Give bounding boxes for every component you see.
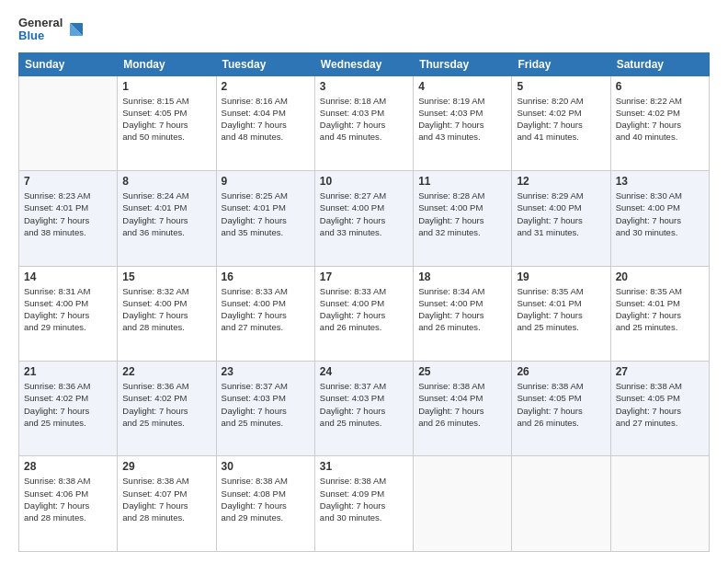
day-number: 17	[320, 270, 408, 283]
day-number: 3	[320, 80, 408, 93]
day-info: Sunrise: 8:33 AMSunset: 4:00 PMDaylight:…	[320, 285, 408, 334]
calendar-cell: 8Sunrise: 8:24 AMSunset: 4:01 PMDaylight…	[118, 171, 216, 266]
calendar-cell: 15Sunrise: 8:32 AMSunset: 4:00 PMDayligh…	[118, 266, 216, 361]
day-info: Sunrise: 8:35 AMSunset: 4:01 PMDaylight:…	[616, 285, 704, 334]
day-info: Sunrise: 8:37 AMSunset: 4:03 PMDaylight:…	[222, 380, 310, 429]
calendar-cell: 3Sunrise: 8:18 AMSunset: 4:03 PMDaylight…	[314, 75, 413, 170]
day-number: 13	[616, 175, 704, 188]
day-number: 30	[222, 460, 310, 473]
day-number: 29	[122, 460, 210, 473]
calendar-header-row: SundayMondayTuesdayWednesdayThursdayFrid…	[19, 52, 710, 75]
day-number: 22	[122, 365, 210, 378]
day-info: Sunrise: 8:38 AMSunset: 4:05 PMDaylight:…	[616, 380, 704, 429]
calendar-cell: 10Sunrise: 8:27 AMSunset: 4:00 PMDayligh…	[314, 171, 413, 266]
calendar-week-2: 7Sunrise: 8:23 AMSunset: 4:01 PMDaylight…	[19, 171, 710, 266]
day-info: Sunrise: 8:16 AMSunset: 4:04 PMDaylight:…	[222, 95, 310, 144]
day-number: 26	[517, 365, 605, 378]
logo-general: General	[18, 17, 63, 29]
calendar-cell: 24Sunrise: 8:37 AMSunset: 4:03 PMDayligh…	[314, 362, 413, 456]
calendar-cell: 14Sunrise: 8:31 AMSunset: 4:00 PMDayligh…	[19, 266, 118, 361]
calendar-table: SundayMondayTuesdayWednesdayThursdayFrid…	[18, 52, 710, 552]
day-number: 14	[24, 270, 112, 283]
calendar-cell: 20Sunrise: 8:35 AMSunset: 4:01 PMDayligh…	[610, 266, 709, 361]
day-number: 16	[222, 270, 310, 283]
calendar-cell: 26Sunrise: 8:38 AMSunset: 4:05 PMDayligh…	[512, 362, 610, 456]
day-info: Sunrise: 8:38 AMSunset: 4:04 PMDaylight:…	[418, 380, 506, 429]
day-number: 28	[24, 460, 112, 473]
calendar-cell	[512, 456, 610, 552]
calendar-cell: 23Sunrise: 8:37 AMSunset: 4:03 PMDayligh…	[216, 362, 314, 456]
calendar-cell: 27Sunrise: 8:38 AMSunset: 4:05 PMDayligh…	[610, 362, 709, 456]
day-number: 5	[517, 80, 605, 93]
calendar-cell: 9Sunrise: 8:25 AMSunset: 4:01 PMDaylight…	[216, 171, 314, 266]
day-info: Sunrise: 8:38 AMSunset: 4:07 PMDaylight:…	[122, 475, 210, 523]
day-number: 4	[418, 80, 506, 93]
day-number: 21	[24, 365, 112, 378]
day-number: 2	[222, 80, 310, 93]
day-number: 10	[320, 175, 408, 188]
calendar-header-wednesday: Wednesday	[314, 52, 413, 75]
day-info: Sunrise: 8:38 AMSunset: 4:09 PMDaylight:…	[320, 475, 408, 523]
calendar-header-tuesday: Tuesday	[216, 52, 314, 75]
day-number: 7	[24, 175, 112, 188]
day-number: 31	[320, 460, 408, 473]
day-number: 18	[418, 270, 506, 283]
calendar-cell: 28Sunrise: 8:38 AMSunset: 4:06 PMDayligh…	[19, 456, 118, 552]
calendar-cell	[414, 456, 512, 552]
day-info: Sunrise: 8:29 AMSunset: 4:00 PMDaylight:…	[517, 190, 605, 238]
logo-blue: Blue	[18, 29, 63, 42]
page: General Blue SundayMondayTuesdayWednesda…	[0, 0, 728, 563]
calendar-header-friday: Friday	[512, 52, 610, 75]
day-info: Sunrise: 8:25 AMSunset: 4:01 PMDaylight:…	[222, 190, 310, 238]
calendar-cell: 12Sunrise: 8:29 AMSunset: 4:00 PMDayligh…	[512, 171, 610, 266]
calendar-cell: 16Sunrise: 8:33 AMSunset: 4:00 PMDayligh…	[216, 266, 314, 361]
calendar-cell: 21Sunrise: 8:36 AMSunset: 4:02 PMDayligh…	[19, 362, 118, 456]
calendar-week-4: 21Sunrise: 8:36 AMSunset: 4:02 PMDayligh…	[19, 362, 710, 456]
day-info: Sunrise: 8:27 AMSunset: 4:00 PMDaylight:…	[320, 190, 408, 238]
day-info: Sunrise: 8:38 AMSunset: 4:06 PMDaylight:…	[24, 475, 112, 523]
day-info: Sunrise: 8:15 AMSunset: 4:05 PMDaylight:…	[122, 95, 210, 144]
day-info: Sunrise: 8:20 AMSunset: 4:02 PMDaylight:…	[517, 95, 605, 144]
day-info: Sunrise: 8:37 AMSunset: 4:03 PMDaylight:…	[320, 380, 408, 429]
day-number: 25	[418, 365, 506, 378]
day-info: Sunrise: 8:33 AMSunset: 4:00 PMDaylight:…	[222, 285, 310, 334]
calendar-cell: 31Sunrise: 8:38 AMSunset: 4:09 PMDayligh…	[314, 456, 413, 552]
calendar-cell	[610, 456, 709, 552]
day-number: 8	[122, 175, 210, 188]
day-number: 9	[222, 175, 310, 188]
calendar-cell: 22Sunrise: 8:36 AMSunset: 4:02 PMDayligh…	[118, 362, 216, 456]
logo-container: General Blue	[18, 17, 63, 43]
day-info: Sunrise: 8:24 AMSunset: 4:01 PMDaylight:…	[122, 190, 210, 238]
calendar-cell: 2Sunrise: 8:16 AMSunset: 4:04 PMDaylight…	[216, 75, 314, 170]
day-info: Sunrise: 8:35 AMSunset: 4:01 PMDaylight:…	[517, 285, 605, 334]
day-number: 20	[616, 270, 704, 283]
day-number: 15	[122, 270, 210, 283]
calendar-cell: 11Sunrise: 8:28 AMSunset: 4:00 PMDayligh…	[414, 171, 512, 266]
day-info: Sunrise: 8:22 AMSunset: 4:02 PMDaylight:…	[616, 95, 704, 144]
day-info: Sunrise: 8:28 AMSunset: 4:00 PMDaylight:…	[418, 190, 506, 238]
calendar-cell: 1Sunrise: 8:15 AMSunset: 4:05 PMDaylight…	[118, 75, 216, 170]
calendar-cell: 25Sunrise: 8:38 AMSunset: 4:04 PMDayligh…	[414, 362, 512, 456]
logo: General Blue	[18, 17, 86, 43]
day-number: 12	[517, 175, 605, 188]
day-number: 6	[616, 80, 704, 93]
calendar-header-thursday: Thursday	[414, 52, 512, 75]
day-number: 11	[418, 175, 506, 188]
day-info: Sunrise: 8:38 AMSunset: 4:08 PMDaylight:…	[222, 475, 310, 523]
calendar-cell: 7Sunrise: 8:23 AMSunset: 4:01 PMDaylight…	[19, 171, 118, 266]
calendar-cell: 4Sunrise: 8:19 AMSunset: 4:03 PMDaylight…	[414, 75, 512, 170]
day-number: 27	[616, 365, 704, 378]
calendar-cell: 17Sunrise: 8:33 AMSunset: 4:00 PMDayligh…	[314, 266, 413, 361]
calendar-cell: 6Sunrise: 8:22 AMSunset: 4:02 PMDaylight…	[610, 75, 709, 170]
calendar-cell: 5Sunrise: 8:20 AMSunset: 4:02 PMDaylight…	[512, 75, 610, 170]
calendar-cell	[19, 75, 118, 170]
calendar-cell: 19Sunrise: 8:35 AMSunset: 4:01 PMDayligh…	[512, 266, 610, 361]
day-info: Sunrise: 8:19 AMSunset: 4:03 PMDaylight:…	[418, 95, 506, 144]
header: General Blue	[18, 17, 710, 43]
day-info: Sunrise: 8:36 AMSunset: 4:02 PMDaylight:…	[122, 380, 210, 429]
calendar-cell: 30Sunrise: 8:38 AMSunset: 4:08 PMDayligh…	[216, 456, 314, 552]
calendar-week-3: 14Sunrise: 8:31 AMSunset: 4:00 PMDayligh…	[19, 266, 710, 361]
day-number: 23	[222, 365, 310, 378]
day-number: 24	[320, 365, 408, 378]
calendar-header-saturday: Saturday	[610, 52, 709, 75]
